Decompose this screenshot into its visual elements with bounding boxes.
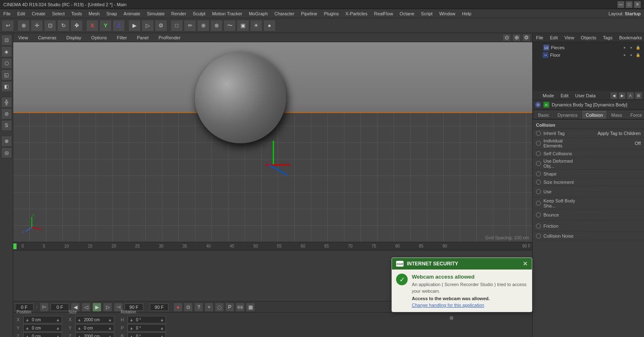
close-button[interactable]: ✕ <box>634 1 641 8</box>
viewport-menu-prorender[interactable]: ProRender <box>155 34 184 41</box>
self-collisions-radio[interactable] <box>536 151 541 156</box>
menu-mesh[interactable]: Mesh <box>85 10 103 17</box>
om-menu-tags[interactable]: Tags <box>601 34 614 41</box>
menu-animate[interactable]: Animate <box>120 10 144 17</box>
tab-dynamics[interactable]: Dynamics <box>554 111 581 119</box>
menu-window[interactable]: Window <box>436 10 459 17</box>
menu-pipeline[interactable]: Pipeline <box>298 10 320 17</box>
lock-icon[interactable]: 🔒 <box>635 45 641 51</box>
select-tool-button[interactable]: ⊕ <box>17 20 30 31</box>
list-item[interactable]: ▭ Floor ● ● 🔒 <box>534 51 642 59</box>
viewport-fit-button[interactable]: ⊙ <box>502 34 511 41</box>
viewport-menu-panel[interactable]: Panel <box>134 34 152 41</box>
menu-sculpt[interactable]: Sculpt <box>190 10 209 17</box>
frames-button[interactable]: ≡≡ <box>235 303 245 312</box>
rotate-tool-button[interactable]: ↻ <box>57 20 70 31</box>
viewport-canvas[interactable]: Perspective Grid Spacing: 100 cm Y X Z <box>13 42 532 242</box>
x-pos-input[interactable] <box>30 316 55 323</box>
props-expand-button[interactable]: ⊞ <box>635 92 642 99</box>
props-menu-edit[interactable]: Edit <box>559 92 570 99</box>
y-pos-input[interactable] <box>30 325 55 331</box>
menu-select[interactable]: Select <box>49 10 68 17</box>
tab-collision[interactable]: Collision <box>582 111 607 119</box>
props-nav-right[interactable]: ▶ <box>618 92 626 99</box>
mode-object-button[interactable]: ◱ <box>1 70 12 80</box>
nurbs-button[interactable]: ⊗ <box>210 20 223 31</box>
spline-button[interactable]: ⊕ <box>197 20 209 31</box>
menu-script[interactable]: Script <box>418 10 436 17</box>
sculpt-grab-button[interactable]: ⊕ <box>1 136 12 147</box>
viewport-menu-view[interactable]: View <box>15 34 31 41</box>
keep-soft-body-radio[interactable] <box>536 201 541 206</box>
h-rot-input[interactable] <box>135 316 159 323</box>
viewport-zoom-button[interactable]: ⊕ <box>512 34 521 41</box>
menu-xparticles[interactable]: X-Particles <box>342 10 371 17</box>
zoom-handle[interactable] <box>450 316 453 320</box>
minimize-button[interactable]: — <box>618 1 624 8</box>
use-deformed-radio[interactable] <box>536 161 541 166</box>
scale-tool-button[interactable]: ⊡ <box>44 20 56 31</box>
viewport-menu-filter[interactable]: Filter <box>113 34 130 41</box>
cube-button[interactable]: □ <box>171 20 183 31</box>
visibility-icon[interactable]: ● <box>622 45 627 51</box>
z-axis-button[interactable]: Z <box>113 20 125 31</box>
pen-button[interactable]: ✏ <box>184 20 196 31</box>
maximize-button[interactable]: □ <box>626 1 632 8</box>
menu-snap[interactable]: Snap <box>103 10 120 17</box>
om-menu-file[interactable]: File <box>534 34 545 41</box>
layout-button[interactable]: ▦ <box>246 303 255 312</box>
menu-plugins[interactable]: Plugins <box>320 10 342 17</box>
menu-realflow[interactable]: RealFlow <box>371 10 396 17</box>
menu-tools[interactable]: Tools <box>68 10 85 17</box>
scene-button[interactable]: ● <box>263 20 276 31</box>
sphere-object[interactable] <box>195 52 286 143</box>
props-nav-left[interactable]: ◀ <box>610 92 618 99</box>
om-menu-bookmarks[interactable]: Bookmarks <box>618 34 644 41</box>
props-menu-userdata[interactable]: User Data <box>574 92 598 99</box>
shape-radio[interactable] <box>536 171 541 176</box>
mode-points-button[interactable]: ⊡ <box>1 35 12 46</box>
viewport-menu-cameras[interactable]: Cameras <box>35 34 60 41</box>
props-search-button[interactable]: A <box>627 92 634 99</box>
size-increment-radio[interactable] <box>536 180 541 185</box>
transform-gizmo[interactable] <box>257 137 290 170</box>
menu-simulate[interactable]: Simulate <box>144 10 168 17</box>
delete-key-button[interactable]: ◌ <box>215 303 224 312</box>
om-menu-edit[interactable]: Edit <box>548 34 560 41</box>
use-radio[interactable] <box>536 189 541 194</box>
b-rot-input[interactable] <box>135 333 159 337</box>
y-size-input[interactable] <box>82 325 107 331</box>
bounce-radio[interactable] <box>536 212 541 217</box>
z-size-input[interactable] <box>82 333 107 337</box>
tab-mass[interactable]: Mass <box>608 111 626 119</box>
paint-button[interactable]: ◎ <box>1 147 12 158</box>
tab-basic[interactable]: Basic <box>534 111 553 119</box>
menu-help[interactable]: Help <box>459 10 475 17</box>
mode-texture-button[interactable]: ◧ <box>1 81 12 92</box>
mode-poly-button[interactable]: ⬡ <box>1 58 12 69</box>
render-region-button[interactable]: ▶ <box>128 20 141 31</box>
knife-button[interactable]: S <box>1 120 12 131</box>
floor-render-icon[interactable]: ● <box>628 52 634 58</box>
deform-button[interactable]: 〜 <box>223 20 236 31</box>
mode-edges-button[interactable]: ◈ <box>1 46 12 57</box>
friction-radio[interactable] <box>536 224 541 229</box>
key-button[interactable]: ? <box>194 303 203 312</box>
p-rot-input[interactable] <box>135 325 159 331</box>
move-tool-button[interactable]: ✛ <box>31 20 43 31</box>
menu-edit[interactable]: Edit <box>14 10 29 17</box>
light-button[interactable]: ☀ <box>250 20 262 31</box>
menu-create[interactable]: Create <box>29 10 49 17</box>
menu-octane[interactable]: Octane <box>396 10 418 17</box>
menu-mograph[interactable]: MoGraph <box>245 10 271 17</box>
render-view-button[interactable]: ▷ <box>142 20 154 31</box>
inherit-tag-radio[interactable] <box>536 131 541 136</box>
universal-tool-button[interactable]: ✤ <box>70 20 83 31</box>
viewport-menu-display[interactable]: Display <box>63 34 84 41</box>
om-menu-view[interactable]: View <box>563 34 576 41</box>
collision-noise-radio[interactable] <box>536 233 541 238</box>
auto-key-button[interactable]: ⊙ <box>184 303 193 312</box>
render-settings-button[interactable]: ⚙ <box>155 20 167 31</box>
snap-button[interactable]: ╬ <box>1 97 12 108</box>
eset-close-button[interactable]: ✕ <box>523 260 528 267</box>
